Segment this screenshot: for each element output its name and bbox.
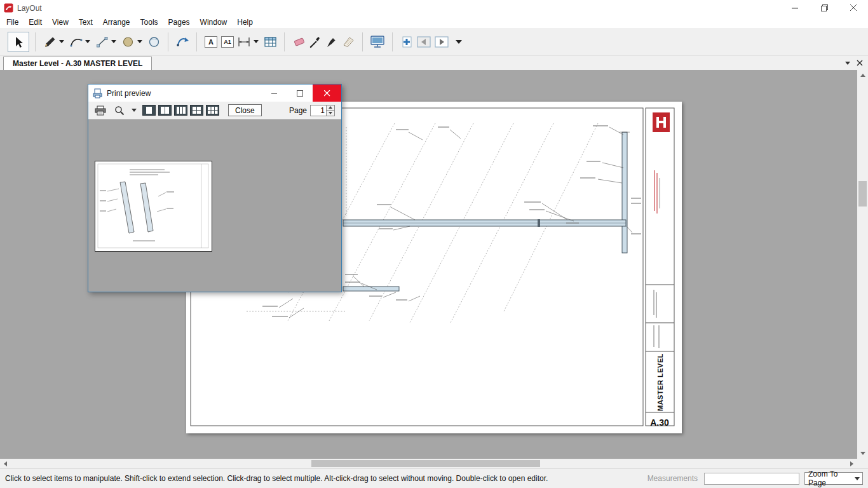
polygons-tool-icon[interactable] xyxy=(146,32,162,52)
print-preview-title: Print preview xyxy=(107,89,151,98)
menu-help[interactable]: Help xyxy=(232,17,258,27)
rectangles-tool-dropdown[interactable] xyxy=(111,40,116,43)
toolbar-separator xyxy=(196,32,197,51)
measurements-input[interactable] xyxy=(704,473,799,485)
page-spinner-group: Page xyxy=(289,105,337,116)
print-preview-page-thumbnail xyxy=(95,161,212,252)
table-tool-icon[interactable] xyxy=(262,32,278,52)
two-page-view-button[interactable] xyxy=(158,105,172,116)
previous-page-icon[interactable] xyxy=(415,32,433,52)
join-tool-icon[interactable] xyxy=(340,32,356,52)
scroll-left-arrow[interactable] xyxy=(0,459,11,468)
style-eyedropper-icon[interactable] xyxy=(307,32,323,52)
drawing-canvas[interactable]: MASTER LEVEL A.30 Print preview xyxy=(0,70,857,459)
toolbar-separator xyxy=(168,32,168,51)
scroll-up-arrow[interactable] xyxy=(857,70,868,81)
menu-tools[interactable]: Tools xyxy=(135,17,163,27)
titlebar: LayOut xyxy=(0,0,868,16)
page-spinner xyxy=(327,105,335,116)
document-tabbar: Master Level - A.30 MASTER LEVEL xyxy=(0,56,868,70)
page-number-input[interactable] xyxy=(310,105,327,116)
menubar: File Edit View Text Arrange Tools Pages … xyxy=(0,16,868,28)
print-preview-toolbar: Close Page xyxy=(88,102,341,119)
statusbar: Click to select items to manipulate. Shi… xyxy=(0,468,868,488)
menu-arrange[interactable]: Arrange xyxy=(98,17,135,27)
print-preview-titlebar[interactable]: Print preview xyxy=(88,85,341,102)
more-tools-dropdown[interactable] xyxy=(456,40,462,44)
window-close-button[interactable] xyxy=(839,0,868,16)
layout-app-icon xyxy=(4,3,13,13)
print-preview-area[interactable] xyxy=(88,119,341,292)
menu-view[interactable]: View xyxy=(47,17,74,27)
print-button-icon[interactable] xyxy=(92,104,109,118)
print-preview-maximize-button[interactable] xyxy=(287,85,313,102)
print-preview-close-view-button[interactable]: Close xyxy=(228,104,262,116)
main-toolbar: A A1 xyxy=(0,28,868,56)
tab-close-icon[interactable] xyxy=(857,60,863,66)
page-spinner-down[interactable] xyxy=(327,110,334,116)
sheet-number: A.30 xyxy=(645,417,674,428)
page-label: Page xyxy=(289,106,307,115)
next-page-icon[interactable] xyxy=(433,32,451,52)
print-preview-icon xyxy=(93,88,103,98)
menu-text[interactable]: Text xyxy=(74,17,98,27)
menu-edit[interactable]: Edit xyxy=(24,17,47,27)
menu-window[interactable]: Window xyxy=(195,17,233,27)
select-tool-icon[interactable] xyxy=(8,32,29,52)
toolbar-separator xyxy=(284,32,285,51)
dimensions-tool-dropdown[interactable] xyxy=(254,40,259,43)
start-presentation-icon[interactable] xyxy=(369,32,386,52)
page-spinner-up[interactable] xyxy=(327,105,334,111)
six-page-view-button[interactable] xyxy=(206,105,219,116)
layout-app-window: LayOut File Edit View Text Arrange Tools… xyxy=(0,0,868,488)
dimensions-tool-icon[interactable] xyxy=(236,32,252,52)
split-tool-icon[interactable] xyxy=(323,32,340,52)
labels-tool-icon[interactable]: A1 xyxy=(219,32,236,52)
window-restore-button[interactable] xyxy=(810,0,839,16)
scroll-right-arrow[interactable] xyxy=(846,459,857,468)
print-preview-window-controls xyxy=(262,85,341,102)
window-minimize-button[interactable] xyxy=(780,0,810,16)
document-tab-label: Master Level - A.30 MASTER LEVEL xyxy=(13,59,142,68)
menu-pages[interactable]: Pages xyxy=(163,17,195,27)
print-preview-close-button[interactable] xyxy=(313,85,341,102)
toolbar-separator xyxy=(362,32,363,51)
vertical-scrollbar[interactable] xyxy=(857,70,868,459)
app-title: LayOut xyxy=(17,4,42,13)
zoom-button-icon[interactable] xyxy=(111,104,128,118)
title-block-logo xyxy=(653,112,670,132)
window-controls xyxy=(780,0,868,16)
sheet-title: MASTER LEVEL xyxy=(648,353,672,412)
arcs-tool-dropdown[interactable] xyxy=(85,40,90,43)
scroll-down-arrow[interactable] xyxy=(857,448,868,459)
arcs-tool-icon[interactable] xyxy=(67,32,84,52)
eraser-tool-icon[interactable] xyxy=(290,32,307,52)
horizontal-scrollbar[interactable] xyxy=(0,459,857,468)
four-page-view-button[interactable] xyxy=(190,105,203,116)
three-page-view-button[interactable] xyxy=(174,105,187,116)
tabbar-controls xyxy=(845,56,868,70)
rectangles-tool-icon[interactable] xyxy=(93,32,110,52)
horizontal-scroll-thumb[interactable] xyxy=(311,460,540,467)
zoom-dropdown-icon[interactable] xyxy=(132,109,137,112)
menu-file[interactable]: File xyxy=(1,17,24,27)
tab-list-dropdown-icon[interactable] xyxy=(845,62,850,65)
lines-tool-icon[interactable] xyxy=(41,32,58,52)
circles-tool-dropdown[interactable] xyxy=(137,40,142,43)
scrollbar-corner xyxy=(857,459,868,468)
vertical-scroll-thumb[interactable] xyxy=(858,181,867,207)
zoom-select[interactable]: Zoom To Page xyxy=(804,472,863,485)
print-preview-dialog: Print preview xyxy=(88,84,342,292)
document-tab[interactable]: Master Level - A.30 MASTER LEVEL xyxy=(3,57,152,70)
print-preview-minimize-button[interactable] xyxy=(262,85,287,102)
toolbar-separator xyxy=(392,32,393,51)
measurements-label: Measurements xyxy=(648,474,698,483)
text-tool-icon[interactable]: A xyxy=(203,32,219,52)
circles-tool-icon[interactable] xyxy=(119,32,136,52)
lines-tool-dropdown[interactable] xyxy=(59,40,64,43)
offset-tool-icon[interactable] xyxy=(174,32,191,52)
zoom-select-chevron-icon xyxy=(855,477,860,480)
add-page-icon[interactable] xyxy=(398,32,415,52)
toolbar-separator xyxy=(35,32,36,51)
one-page-view-button[interactable] xyxy=(142,105,156,116)
